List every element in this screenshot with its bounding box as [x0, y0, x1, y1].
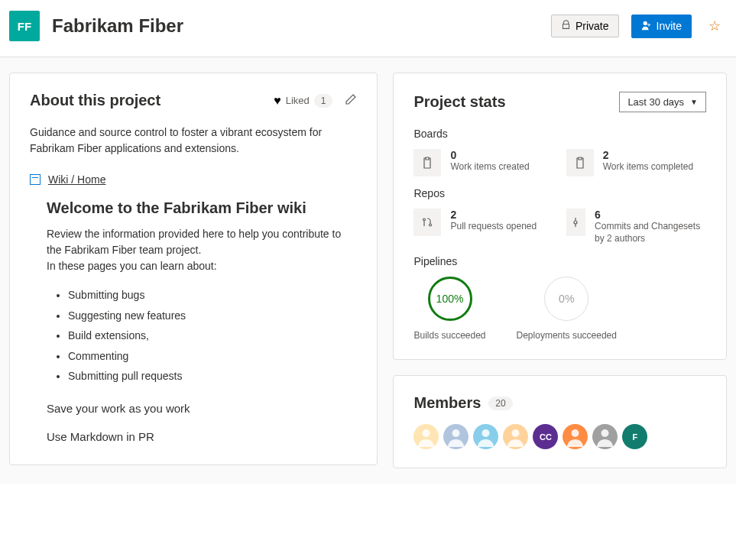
- list-item: Build extensions,: [68, 325, 357, 346]
- members-title: Members: [413, 394, 481, 412]
- edit-icon[interactable]: [345, 93, 357, 108]
- member-avatars: CCF: [413, 424, 706, 449]
- list-item: Commenting: [68, 346, 357, 367]
- stat-label: Work items created: [450, 161, 529, 173]
- wiki-intro-line-1: Review the information provided here to …: [47, 228, 341, 256]
- wiki-subheading: Save your work as you work: [47, 402, 357, 415]
- wiki-doc-icon: [30, 174, 41, 185]
- svg-point-1: [452, 429, 460, 437]
- avatar[interactable]: CC: [533, 424, 558, 449]
- stat-work-items-completed: 2 Work items completed: [566, 149, 706, 176]
- wiki-intro-line-2: In these pages you can learn about:: [47, 260, 217, 272]
- pipe-label: Builds succeeded: [413, 330, 485, 341]
- liked-label: Liked: [286, 95, 310, 106]
- private-button[interactable]: Private: [551, 15, 619, 37]
- project-title: Fabrikam Fiber: [52, 15, 539, 37]
- avatar[interactable]: [443, 424, 469, 449]
- avatar[interactable]: [563, 424, 588, 449]
- chevron-down-icon: ▼: [690, 98, 698, 106]
- wiki-heading: Welcome to the Fabrikam Fiber wiki: [47, 199, 357, 217]
- avatar[interactable]: [413, 424, 439, 449]
- wiki-subheading: Use Markdown in PR: [47, 430, 357, 443]
- members-card: Members 20 CCF: [393, 375, 727, 468]
- stat-pull-requests: 2 Pull requests opened: [413, 209, 553, 244]
- favorite-star-icon[interactable]: ☆: [708, 18, 721, 34]
- invite-button[interactable]: Invite: [631, 15, 692, 38]
- avatar[interactable]: F: [622, 424, 647, 449]
- about-title: About this project: [30, 92, 274, 109]
- members-count-badge: 20: [488, 397, 512, 410]
- branch-icon: [413, 209, 441, 236]
- stats-card: Project stats Last 30 days ▼ Boards 0 Wo…: [393, 73, 727, 360]
- stat-label: Commits and Changesets by 2 authors: [595, 221, 706, 244]
- stat-value: 0: [450, 149, 529, 161]
- wiki-intro: Review the information provided here to …: [47, 226, 357, 274]
- svg-point-3: [512, 429, 520, 437]
- build-success-circle: 100%: [428, 277, 472, 321]
- stats-title: Project stats: [413, 93, 505, 111]
- deployments-succeeded-stat: 0% Deployments succeeded: [517, 277, 617, 341]
- svg-point-4: [572, 429, 579, 437]
- project-logo: FF: [9, 11, 40, 41]
- stat-work-items-created: 0 Work items created: [413, 149, 553, 176]
- about-card: About this project ♥ Liked 1 Guidance an…: [9, 73, 378, 465]
- avatar[interactable]: [503, 424, 528, 449]
- list-item: Suggesting new features: [68, 306, 357, 326]
- svg-point-0: [423, 429, 430, 437]
- liked-count-badge: 1: [314, 94, 333, 108]
- commit-icon: [566, 209, 585, 236]
- svg-point-2: [482, 429, 490, 437]
- dropdown-label: Last 30 days: [627, 96, 684, 108]
- liked-indicator[interactable]: ♥ Liked 1: [274, 94, 332, 108]
- wiki-list: Submitting bugs Suggesting new features …: [47, 285, 357, 387]
- invite-icon: [641, 20, 652, 33]
- time-range-dropdown[interactable]: Last 30 days ▼: [619, 92, 706, 112]
- avatar[interactable]: [473, 424, 498, 449]
- stat-value: 2: [450, 209, 537, 221]
- svg-point-5: [601, 429, 609, 437]
- list-item: Submitting pull requests: [68, 366, 357, 387]
- stat-value: 2: [603, 149, 693, 161]
- wiki-link[interactable]: Wiki / Home: [48, 173, 105, 186]
- pipe-label: Deployments succeeded: [517, 330, 617, 341]
- stat-label: Work items completed: [603, 161, 693, 173]
- boards-label: Boards: [413, 128, 706, 140]
- avatar[interactable]: [592, 424, 618, 449]
- builds-succeeded-stat: 100% Builds succeeded: [413, 277, 485, 341]
- deploy-success-circle: 0%: [544, 277, 588, 321]
- about-description: Guidance and source control to foster a …: [30, 125, 357, 157]
- lock-icon: [561, 20, 571, 32]
- list-item: Submitting bugs: [68, 285, 357, 306]
- stat-label: Pull requests opened: [450, 221, 537, 233]
- heart-icon: ♥: [274, 94, 281, 108]
- pipelines-label: Pipelines: [413, 255, 706, 267]
- private-label: Private: [576, 20, 609, 32]
- stat-commits: 6 Commits and Changesets by 2 authors: [566, 209, 706, 244]
- clipboard-icon: [413, 149, 441, 176]
- invite-label: Invite: [657, 20, 682, 32]
- stat-value: 6: [595, 209, 706, 221]
- clipboard-icon: [566, 149, 594, 176]
- repos-label: Repos: [413, 187, 706, 199]
